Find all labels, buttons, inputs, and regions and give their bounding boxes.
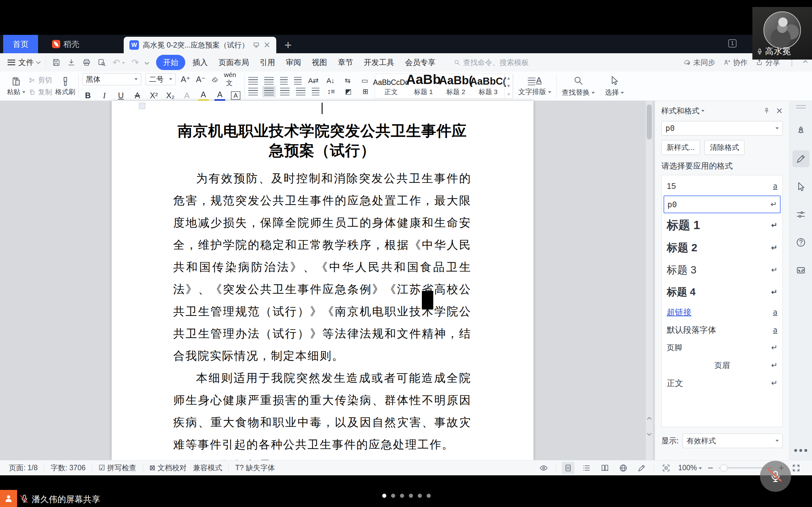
menu-item-references[interactable]: 引用 [254,55,281,70]
text-direction-icon[interactable]: ⇆ [342,77,353,85]
style-item-body-text[interactable]: 正文 ↵ [662,374,782,392]
redo-icon[interactable]: ↷ [131,57,139,68]
style-item-hyperlink[interactable]: 超链接 a [662,303,782,321]
menu-item-home[interactable]: 开始 [156,55,185,70]
zoom-out-button[interactable]: − [708,463,713,473]
paste-button[interactable]: 粘贴 [7,76,26,96]
document-title[interactable]: 南京机电职业技术学院突发公共卫生事件应急预案（试行） [173,121,471,160]
settings-button[interactable] [792,206,809,223]
document-paragraph-2[interactable]: 本细则适用于我院突然发生造成或者可能造成全院师生身心健康严重损害的重大传染病、群… [173,367,471,456]
window-count-badge[interactable]: 1 [728,39,737,48]
collapse-ribbon-icon[interactable] [803,60,808,65]
sort-icon[interactable]: A↓ [325,77,336,85]
outline-view-button[interactable] [580,462,593,474]
format-painter-button[interactable]: 格式刷 [55,76,75,96]
find-replace-button[interactable]: 查找替换 [557,72,600,101]
proofread-toggle[interactable]: ⊠ 文档校对 [149,463,187,473]
ruler-icon[interactable]: ▭ [359,77,370,85]
decrease-indent-icon[interactable] [280,77,288,84]
menu-item-section[interactable]: 章节 [333,55,358,70]
justify-icon[interactable] [296,88,305,95]
print-preview-icon[interactable] [97,58,106,67]
select-tool-button[interactable] [792,178,809,195]
distribute-icon[interactable] [312,88,319,95]
participant-video-tile[interactable]: 高水冕 [752,7,812,60]
shading-icon[interactable]: ◩ [343,88,354,96]
font-size-select[interactable]: 二号 [146,73,176,85]
style-item-default-font[interactable]: 默认段落字体 a [662,321,782,339]
style-item-footer[interactable]: 页脚 ↵ [662,339,782,356]
style-normal[interactable]: AaBbCcDd 正文 [375,74,407,98]
missing-font-indicator[interactable]: T? 缺失字体 [235,463,275,473]
style-item-heading4[interactable]: 标题 4 ↵ [662,281,782,303]
align-left-icon[interactable] [248,88,258,95]
style-heading3[interactable]: AaBbC( 标题 3 [472,74,504,98]
sync-status[interactable]: 未同步 [684,58,715,67]
style-item-heading3[interactable]: 标题 3 ↵ [662,259,782,281]
font-color-button[interactable]: A [214,90,225,101]
italic-button[interactable]: I [99,91,110,100]
document-paragraph-1[interactable]: 为有效预防、及时控制和消除突发公共卫生事件的危害，规范突发公共卫生事件的应急处置… [173,167,471,367]
rail-more-dots[interactable] [794,449,807,452]
line-spacing-icon[interactable]: ↕≡ [326,88,337,96]
pin-icon[interactable] [763,107,770,114]
command-search[interactable]: 查找命令、搜索模板 [454,58,529,67]
tab-document[interactable]: W 高水冕 0-2突...应急预案（试行） ✕ [124,37,276,53]
fit-page-button[interactable] [660,462,672,474]
new-tab-button[interactable]: + [285,37,292,53]
superscript-button[interactable]: X² [148,91,159,100]
vertical-scrollbar[interactable] [646,101,653,460]
menu-item-view[interactable]: 视图 [306,55,333,70]
panel-title[interactable]: 样式和格式 [661,106,705,116]
page-dots[interactable] [382,494,431,498]
current-style-select[interactable]: p0 [661,121,783,135]
style-item-heading1[interactable]: 标题 1 ↵ [662,214,782,237]
help-button[interactable] [792,234,809,251]
scrollbar-thumb[interactable] [647,105,652,139]
align-right-icon[interactable] [280,88,290,95]
cut-button[interactable]: 剪切 [29,75,52,85]
customize-toolbar-icon[interactable] [145,60,149,65]
new-style-button[interactable]: 新样式... [661,140,700,155]
print-icon[interactable] [82,58,91,67]
tab-home[interactable]: 首页 [3,35,38,53]
highlight-color-button[interactable]: A [198,90,209,101]
clear-format-button[interactable]: 清除格式 [705,140,745,155]
export-icon[interactable] [67,58,76,67]
menu-item-member[interactable]: 会员专享 [400,55,441,70]
collaborate-button[interactable]: 协作 [723,58,748,67]
menu-item-dev-tools[interactable]: 开发工具 [358,55,400,70]
styles-panel-button[interactable] [792,150,809,167]
phonetic-guide-button[interactable]: wén文 [224,71,235,88]
text-effects-button[interactable]: A [182,91,192,100]
character-border-button[interactable]: A [231,91,241,100]
style-item-p0[interactable]: p0 ↵ [664,195,780,213]
numbered-list-icon[interactable] [264,77,274,84]
character-scale-icon[interactable]: A⇄ [308,77,319,85]
select-button[interactable]: 选择 [600,72,629,101]
tab-close-icon[interactable]: ✕ [264,40,270,50]
word-count[interactable]: 字数: 3706 [51,463,86,473]
clear-format-icon[interactable] [211,75,219,83]
underline-button[interactable]: U [115,91,126,100]
tab-docer[interactable]: 稻壳 [43,35,88,53]
grow-font-button[interactable]: A⁺ [180,75,191,84]
panel-close-icon[interactable]: ✕ [776,106,783,116]
menu-item-review[interactable]: 审阅 [281,55,306,70]
rail-drag-handle[interactable] [796,105,806,108]
fullscreen-button[interactable] [790,462,803,474]
web-view-button[interactable] [617,462,629,474]
style-heading1[interactable]: AaBb 标题 1 [407,74,440,98]
read-mode-button[interactable] [599,462,611,474]
font-name-select[interactable]: 黑体 [83,73,141,85]
save-icon[interactable] [52,58,61,67]
menu-item-insert[interactable]: 插入 [187,55,213,70]
resource-button[interactable] [792,262,809,279]
style-item-15[interactable]: 15 a [662,177,782,195]
spell-check-toggle[interactable]: ☑ 拼写检查 [99,463,136,473]
file-menu[interactable]: 文件 [0,57,46,67]
style-item-heading2[interactable]: 标题 2 ↵ [662,237,782,259]
undo-icon[interactable]: ↶ [113,57,125,68]
zoom-slider-knob[interactable] [720,464,728,472]
bullet-list-icon[interactable] [248,77,258,84]
